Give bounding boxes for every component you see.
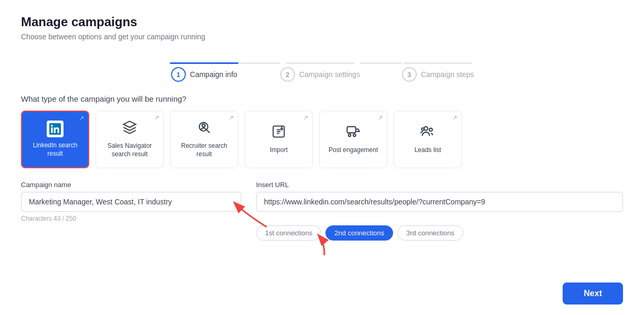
card-sales-nav-label: Sales Navigator search result	[100, 142, 159, 158]
step-1-label: Campaign info	[190, 70, 237, 79]
arrows-area: 1st connections 2nd connections 3rd conn…	[256, 219, 623, 241]
connector-2	[360, 62, 402, 64]
recruiter-icon	[197, 120, 212, 138]
card-post-label: Post engagement	[329, 146, 378, 155]
card-recruiter-label: Recruiter search result	[175, 142, 234, 158]
step-1: 1 Campaign info	[170, 56, 238, 82]
card-post[interactable]: ↗ Post engagement	[319, 111, 387, 168]
card-import[interactable]: ↗ Import	[245, 111, 313, 168]
leads-icon	[420, 124, 435, 142]
import-icon	[271, 124, 286, 142]
svg-rect-3	[347, 127, 355, 133]
footer: Next	[21, 272, 623, 305]
card-linkedin-label: LinkedIn search result	[26, 142, 84, 158]
red-arrow-1	[225, 198, 277, 230]
campaign-name-label: Campaign name	[21, 181, 241, 189]
step-1-circle: 1	[171, 67, 186, 82]
char-count: Characters 43 / 250	[21, 215, 241, 222]
external-icon-sales: ↗	[154, 114, 159, 121]
campaign-type-question: What type of the campaign you will be ru…	[21, 94, 623, 103]
red-arrow-2	[303, 232, 345, 258]
svg-point-8	[421, 128, 424, 131]
step-2: 2 Campaign settings	[280, 56, 360, 82]
svg-point-6	[424, 127, 428, 131]
step-3: 3 Campaign steps	[402, 56, 474, 82]
external-icon-recruiter: ↗	[229, 114, 234, 121]
step-3-circle: 3	[402, 67, 417, 82]
step-1-bar	[170, 62, 238, 64]
campaign-name-input[interactable]	[21, 192, 241, 212]
stepper: 1 Campaign info 2 Campaign settings 3 Ca…	[21, 56, 623, 82]
external-icon-post: ↗	[378, 114, 383, 121]
page-title: Manage campaigns	[21, 15, 623, 29]
post-icon	[346, 124, 361, 142]
card-leads[interactable]: ↗ Leads list	[394, 111, 462, 168]
svg-point-5	[353, 134, 356, 137]
form-row: Campaign name Characters 43 / 250 Insert…	[21, 181, 623, 241]
step-3-bar	[404, 62, 472, 64]
sales-nav-icon	[122, 120, 137, 138]
page-subtitle: Choose between options and get your camp…	[21, 32, 623, 41]
step-3-label: Campaign steps	[421, 70, 474, 79]
step-2-bar	[286, 62, 354, 64]
svg-point-1	[202, 124, 205, 127]
external-icon-leads: ↗	[452, 114, 457, 121]
url-input[interactable]	[256, 192, 623, 212]
card-sales-nav[interactable]: ↗ Sales Navigator search result	[96, 111, 164, 168]
connector-1	[238, 62, 280, 64]
campaign-name-group: Campaign name Characters 43 / 250	[21, 181, 241, 241]
url-group: Insert URL 1st connections 2nd connect	[256, 181, 623, 241]
linkedin-icon	[47, 121, 64, 137]
campaign-type-cards: ↗ LinkedIn search result ↗ Sales Navigat…	[21, 111, 623, 168]
card-import-label: Import	[270, 146, 288, 155]
step-2-circle: 2	[280, 67, 295, 82]
svg-point-4	[349, 134, 351, 137]
step-2-label: Campaign settings	[299, 70, 360, 79]
external-icon-import: ↗	[303, 114, 308, 121]
card-linkedin[interactable]: ↗ LinkedIn search result	[21, 111, 89, 168]
card-leads-label: Leads list	[415, 146, 441, 155]
next-button[interactable]: Next	[563, 283, 623, 305]
tag-3rd[interactable]: 3rd connections	[397, 225, 463, 241]
card-recruiter[interactable]: ↗ Recruiter search result	[170, 111, 238, 168]
external-icon-linkedin: ↗	[79, 115, 84, 122]
svg-point-7	[429, 128, 432, 132]
url-label: Insert URL	[256, 181, 623, 189]
